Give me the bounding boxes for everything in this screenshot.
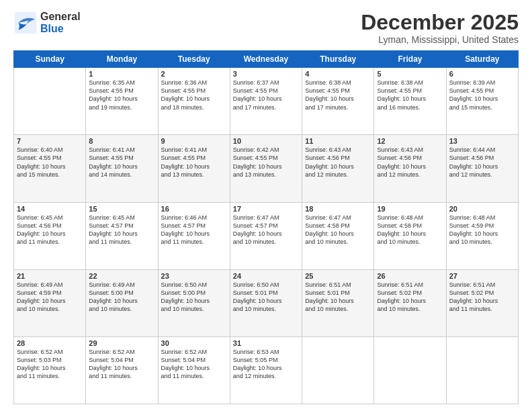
day-number: 9 bbox=[161, 137, 227, 145]
day-number: 12 bbox=[377, 137, 443, 145]
calendar-cell: 11Sunrise: 6:43 AM Sunset: 4:56 PM Dayli… bbox=[302, 135, 374, 202]
calendar-cell: 22Sunrise: 6:49 AM Sunset: 5:00 PM Dayli… bbox=[86, 269, 158, 336]
empty-cell bbox=[14, 68, 86, 135]
day-info: Sunrise: 6:51 AM Sunset: 5:02 PM Dayligh… bbox=[449, 281, 515, 314]
col-sunday: Sunday bbox=[14, 51, 86, 68]
day-info: Sunrise: 6:40 AM Sunset: 4:55 PM Dayligh… bbox=[17, 146, 83, 179]
day-info: Sunrise: 6:43 AM Sunset: 4:56 PM Dayligh… bbox=[377, 146, 443, 179]
calendar-cell: 15Sunrise: 6:45 AM Sunset: 4:57 PM Dayli… bbox=[86, 202, 158, 269]
day-info: Sunrise: 6:36 AM Sunset: 4:55 PM Dayligh… bbox=[161, 79, 227, 111]
calendar-cell: 6Sunrise: 6:39 AM Sunset: 4:55 PM Daylig… bbox=[446, 68, 518, 135]
day-info: Sunrise: 6:49 AM Sunset: 4:59 PM Dayligh… bbox=[17, 281, 83, 314]
calendar-cell: 7Sunrise: 6:40 AM Sunset: 4:55 PM Daylig… bbox=[14, 135, 86, 202]
day-info: Sunrise: 6:53 AM Sunset: 5:05 PM Dayligh… bbox=[233, 348, 299, 381]
calendar-cell: 1Sunrise: 6:35 AM Sunset: 4:55 PM Daylig… bbox=[86, 68, 158, 135]
header-right: December 2025 Lyman, Mississippi, United… bbox=[361, 11, 519, 45]
calendar-cell: 25Sunrise: 6:51 AM Sunset: 5:01 PM Dayli… bbox=[302, 269, 374, 336]
day-info: Sunrise: 6:38 AM Sunset: 4:55 PM Dayligh… bbox=[377, 79, 443, 111]
day-info: Sunrise: 6:42 AM Sunset: 4:55 PM Dayligh… bbox=[233, 146, 299, 179]
day-info: Sunrise: 6:47 AM Sunset: 4:57 PM Dayligh… bbox=[233, 214, 299, 246]
day-info: Sunrise: 6:48 AM Sunset: 4:58 PM Dayligh… bbox=[377, 214, 443, 246]
day-info: Sunrise: 6:43 AM Sunset: 4:56 PM Dayligh… bbox=[305, 146, 371, 179]
calendar-cell: 26Sunrise: 6:51 AM Sunset: 5:02 PM Dayli… bbox=[374, 269, 446, 336]
col-monday: Monday bbox=[86, 51, 158, 68]
day-number: 23 bbox=[161, 272, 227, 280]
day-info: Sunrise: 6:50 AM Sunset: 5:00 PM Dayligh… bbox=[161, 281, 227, 314]
day-number: 22 bbox=[89, 272, 154, 280]
calendar-cell: 18Sunrise: 6:47 AM Sunset: 4:58 PM Dayli… bbox=[302, 202, 374, 269]
day-number: 10 bbox=[233, 137, 299, 145]
day-number: 2 bbox=[161, 70, 227, 78]
day-number: 11 bbox=[305, 137, 371, 145]
col-friday: Friday bbox=[374, 51, 446, 68]
day-info: Sunrise: 6:52 AM Sunset: 5:03 PM Dayligh… bbox=[17, 348, 83, 381]
day-number: 29 bbox=[89, 339, 154, 347]
day-info: Sunrise: 6:38 AM Sunset: 4:55 PM Dayligh… bbox=[305, 79, 371, 111]
day-number: 6 bbox=[449, 70, 515, 78]
calendar-cell: 20Sunrise: 6:48 AM Sunset: 4:59 PM Dayli… bbox=[446, 202, 518, 269]
day-number: 1 bbox=[89, 70, 154, 78]
calendar-cell: 24Sunrise: 6:50 AM Sunset: 5:01 PM Dayli… bbox=[230, 269, 302, 336]
day-info: Sunrise: 6:41 AM Sunset: 4:55 PM Dayligh… bbox=[161, 146, 227, 179]
calendar-week-row: 28Sunrise: 6:52 AM Sunset: 5:03 PM Dayli… bbox=[14, 336, 519, 404]
month-title: December 2025 bbox=[361, 11, 519, 34]
calendar-cell: 28Sunrise: 6:52 AM Sunset: 5:03 PM Dayli… bbox=[14, 336, 86, 404]
calendar-header-row: Sunday Monday Tuesday Wednesday Thursday… bbox=[14, 51, 519, 68]
day-number: 20 bbox=[449, 205, 515, 213]
day-number: 25 bbox=[305, 272, 371, 280]
day-number: 27 bbox=[449, 272, 515, 280]
calendar-cell: 23Sunrise: 6:50 AM Sunset: 5:00 PM Dayli… bbox=[158, 269, 230, 336]
day-info: Sunrise: 6:50 AM Sunset: 5:01 PM Dayligh… bbox=[233, 281, 299, 314]
day-number: 31 bbox=[233, 339, 299, 347]
day-info: Sunrise: 6:35 AM Sunset: 4:55 PM Dayligh… bbox=[89, 79, 154, 111]
col-tuesday: Tuesday bbox=[158, 51, 230, 68]
day-info: Sunrise: 6:45 AM Sunset: 4:57 PM Dayligh… bbox=[89, 214, 154, 246]
calendar-week-row: 1Sunrise: 6:35 AM Sunset: 4:55 PM Daylig… bbox=[14, 68, 519, 135]
day-number: 19 bbox=[377, 205, 443, 213]
calendar-week-row: 7Sunrise: 6:40 AM Sunset: 4:55 PM Daylig… bbox=[14, 135, 519, 202]
calendar-cell: 16Sunrise: 6:46 AM Sunset: 4:57 PM Dayli… bbox=[158, 202, 230, 269]
day-info: Sunrise: 6:51 AM Sunset: 5:01 PM Dayligh… bbox=[305, 281, 371, 314]
day-number: 14 bbox=[17, 205, 83, 213]
logo-icon bbox=[13, 11, 38, 35]
calendar-cell: 13Sunrise: 6:44 AM Sunset: 4:56 PM Dayli… bbox=[446, 135, 518, 202]
day-number: 4 bbox=[305, 70, 371, 78]
day-info: Sunrise: 6:48 AM Sunset: 4:59 PM Dayligh… bbox=[449, 214, 515, 246]
day-info: Sunrise: 6:44 AM Sunset: 4:56 PM Dayligh… bbox=[449, 146, 515, 179]
day-info: Sunrise: 6:41 AM Sunset: 4:55 PM Dayligh… bbox=[89, 146, 154, 179]
calendar-cell: 31Sunrise: 6:53 AM Sunset: 5:05 PM Dayli… bbox=[230, 336, 302, 404]
calendar-cell: 10Sunrise: 6:42 AM Sunset: 4:55 PM Dayli… bbox=[230, 135, 302, 202]
day-number: 8 bbox=[89, 137, 154, 145]
day-number: 13 bbox=[449, 137, 515, 145]
day-number: 28 bbox=[17, 339, 83, 347]
calendar-week-row: 14Sunrise: 6:45 AM Sunset: 4:56 PM Dayli… bbox=[14, 202, 519, 269]
day-number: 3 bbox=[233, 70, 299, 78]
calendar-cell: 8Sunrise: 6:41 AM Sunset: 4:55 PM Daylig… bbox=[86, 135, 158, 202]
day-info: Sunrise: 6:51 AM Sunset: 5:02 PM Dayligh… bbox=[377, 281, 443, 314]
calendar-cell: 17Sunrise: 6:47 AM Sunset: 4:57 PM Dayli… bbox=[230, 202, 302, 269]
page: General Blue December 2025 Lyman, Missis… bbox=[0, 0, 532, 411]
calendar-cell: 3Sunrise: 6:37 AM Sunset: 4:55 PM Daylig… bbox=[230, 68, 302, 135]
day-number: 21 bbox=[17, 272, 83, 280]
calendar-cell: 4Sunrise: 6:38 AM Sunset: 4:55 PM Daylig… bbox=[302, 68, 374, 135]
day-number: 17 bbox=[233, 205, 299, 213]
calendar-cell: 12Sunrise: 6:43 AM Sunset: 4:56 PM Dayli… bbox=[374, 135, 446, 202]
day-info: Sunrise: 6:37 AM Sunset: 4:55 PM Dayligh… bbox=[233, 79, 299, 111]
calendar-cell: 2Sunrise: 6:36 AM Sunset: 4:55 PM Daylig… bbox=[158, 68, 230, 135]
top-section: General Blue December 2025 Lyman, Missis… bbox=[13, 11, 519, 45]
day-info: Sunrise: 6:45 AM Sunset: 4:56 PM Dayligh… bbox=[17, 214, 83, 246]
calendar-week-row: 21Sunrise: 6:49 AM Sunset: 4:59 PM Dayli… bbox=[14, 269, 519, 336]
col-wednesday: Wednesday bbox=[230, 51, 302, 68]
calendar-cell: 19Sunrise: 6:48 AM Sunset: 4:58 PM Dayli… bbox=[374, 202, 446, 269]
calendar-table: Sunday Monday Tuesday Wednesday Thursday… bbox=[13, 50, 519, 404]
logo-text: General Blue bbox=[40, 11, 81, 35]
day-info: Sunrise: 6:47 AM Sunset: 4:58 PM Dayligh… bbox=[305, 214, 371, 246]
svg-rect-0 bbox=[15, 12, 36, 34]
calendar-cell: 9Sunrise: 6:41 AM Sunset: 4:55 PM Daylig… bbox=[158, 135, 230, 202]
day-number: 30 bbox=[161, 339, 227, 347]
day-info: Sunrise: 6:46 AM Sunset: 4:57 PM Dayligh… bbox=[161, 214, 227, 246]
day-info: Sunrise: 6:52 AM Sunset: 5:04 PM Dayligh… bbox=[161, 348, 227, 381]
day-number: 16 bbox=[161, 205, 227, 213]
day-number: 18 bbox=[305, 205, 371, 213]
col-thursday: Thursday bbox=[302, 51, 374, 68]
